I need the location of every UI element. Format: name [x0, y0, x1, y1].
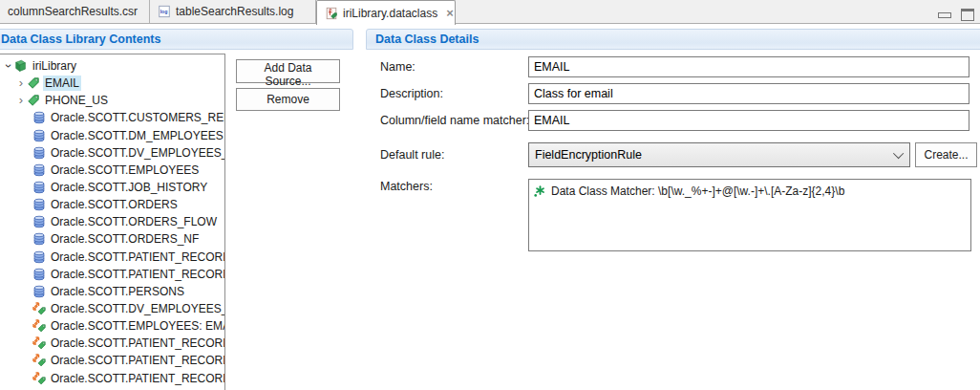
tree-item[interactable]: › Oracle.SCOTT.EMPLOYEES: [0, 162, 224, 179]
tree-item-icon-slot: [32, 372, 46, 385]
tree-item-label: Oracle.SCOTT.DM_EMPLOYEES: [49, 128, 225, 143]
log-file-icon: log: [158, 5, 171, 18]
column-matcher-field[interactable]: [528, 110, 969, 131]
tree-item-icon-slot: [32, 336, 46, 350]
dataclass-file-icon: [325, 7, 338, 20]
expander-icon[interactable]: ›: [16, 96, 26, 105]
matchers-list[interactable]: Data Class Matcher: \b[\w._%+-]+@[\w.-]+…: [528, 179, 971, 251]
tree-item-label: Oracle.SCOTT.PATIENT_RECORD_E: [49, 267, 225, 282]
name-label: Name:: [380, 60, 415, 74]
tab-table-search-results[interactable]: log tableSearchResults.log: [150, 0, 316, 23]
description-label: Description:: [380, 87, 443, 100]
create-rule-button[interactable]: Create...: [915, 142, 977, 167]
description-field[interactable]: [528, 83, 969, 104]
right-section-header: Data Class Details: [366, 29, 980, 50]
tree-item-icon-slot: [32, 215, 46, 228]
tree-item-label: Oracle.SCOTT.EMPLOYEES: EMAIL: [49, 318, 225, 334]
add-data-source-button[interactable]: Add Data Source...: [236, 59, 340, 83]
mapped-tag-icon: [32, 336, 46, 350]
tree-item-label: Oracle.SCOTT.DV_EMPLOYEES_HR: [49, 301, 225, 316]
tree-item[interactable]: › Oracle.SCOTT.JOB_HISTORY: [0, 179, 224, 196]
tree-item-label: Oracle.SCOTT.JOB_HISTORY: [49, 180, 209, 195]
tree-item-icon-slot: [32, 319, 46, 333]
log-file-icon: log: [158, 5, 171, 18]
expander-icon[interactable]: ›: [16, 78, 26, 88]
tree-item-icon-slot: [32, 232, 46, 246]
tree-item[interactable]: › Oracle.SCOTT.DV_EMPLOYEES_HR: [0, 144, 224, 162]
table-icon: [32, 268, 46, 281]
tree-item-icon-slot: [32, 285, 46, 298]
mapped-tag-icon: [32, 302, 46, 315]
view-controls: [938, 9, 974, 21]
tree-item-label: EMAIL: [43, 76, 81, 91]
tree-item-icon-slot: [32, 250, 46, 264]
table-icon: [32, 285, 46, 298]
tree-item[interactable]: › Oracle.SCOTT.PERSONS: [0, 283, 224, 300]
tab-label: columnSearchResults.csr: [8, 5, 138, 18]
tree-item-label: Oracle.SCOTT.ORDERS: [49, 197, 180, 212]
expander-icon[interactable]: ›: [4, 61, 13, 71]
svg-text:log: log: [160, 9, 168, 14]
tree-item[interactable]: › Oracle.SCOTT.EMPLOYEES: EMAIL: [0, 317, 224, 335]
tree-item-icon-slot: [32, 198, 46, 211]
tab-label: tableSearchResults.log: [176, 5, 293, 18]
table-icon: [32, 232, 46, 246]
tree-item-icon-slot: [32, 129, 46, 142]
table-icon: [32, 163, 46, 177]
tab-label: iriLibrary.dataclass: [343, 7, 437, 20]
editor-tab-bar: columnSearchResults.csr log tableSearchR…: [0, 0, 980, 24]
tree-item[interactable]: › iriLibrary: [0, 57, 224, 75]
tree-item[interactable]: › Oracle.SCOTT.CUSTOMERS_REP: [0, 109, 224, 126]
tree-item-icon-slot: [26, 94, 40, 107]
table-icon: [32, 198, 46, 211]
tree-item-icon-slot: [32, 302, 46, 315]
mapped-tag-icon: [32, 372, 46, 385]
tree-item-label: Oracle.SCOTT.PATIENT_RECORD: [49, 249, 225, 265]
tree-item[interactable]: › Oracle.SCOTT.DM_EMPLOYEES: [0, 127, 224, 144]
dataclass-file-icon: [325, 7, 338, 20]
tag-icon: [27, 94, 40, 107]
tree-item-label: Oracle.SCOTT.ORDERS_NF: [49, 231, 201, 247]
tree-item-label: iriLibrary: [31, 58, 78, 74]
tree-item[interactable]: › Oracle.SCOTT.PATIENT_RECORD_E: [0, 266, 224, 283]
default-rule-select[interactable]: FieldEncryptionRule: [528, 142, 910, 167]
remove-button[interactable]: Remove: [236, 88, 340, 111]
maximize-icon[interactable]: [961, 9, 974, 21]
tree-item[interactable]: › Oracle.SCOTT.ORDERS_FLOW: [0, 213, 224, 230]
tab-column-search-results[interactable]: columnSearchResults.csr: [0, 0, 150, 23]
minimize-icon[interactable]: [938, 12, 951, 18]
table-icon: [32, 181, 46, 194]
name-field[interactable]: [528, 56, 969, 77]
close-icon[interactable]: ×: [446, 9, 454, 18]
tree-item-icon-slot: [32, 354, 46, 367]
tab-irilibrary-dataclass[interactable]: iriLibrary.dataclass ×: [316, 0, 456, 25]
matcher-item[interactable]: Data Class Matcher: \b[\w._%+-]+@[\w.-]+…: [533, 183, 967, 200]
matcher-text: Data Class Matcher: \b[\w._%+-]+@[\w.-]+…: [551, 184, 844, 198]
tree-item[interactable]: › Oracle.SCOTT.DV_EMPLOYEES_HR: [0, 300, 224, 317]
data-class-library-tree[interactable]: › iriLibrary› EMAIL› PHONE_US› Oracle.SC…: [0, 54, 225, 390]
tree-item-label: Oracle.SCOTT.PATIENT_RECORD_E: [49, 371, 225, 386]
right-section-title: Data Class Details: [375, 32, 479, 46]
tree-item[interactable]: › Oracle.SCOTT.PATIENT_RECORD: P: [0, 352, 224, 369]
tree-item[interactable]: › Oracle.SCOTT.PATIENT_RECORD: [0, 249, 224, 266]
tree-item-label: PHONE_US: [43, 93, 110, 108]
table-icon: [32, 215, 46, 228]
tree-item[interactable]: › Oracle.SCOTT.ORDERS: [0, 196, 224, 213]
chevron-down-icon: [893, 148, 904, 159]
tree-item[interactable]: › Oracle.SCOTT.PATIENT_RECORD_E: [0, 370, 224, 387]
table-icon: [32, 250, 46, 264]
table-icon: [32, 111, 46, 124]
default-rule-value: FieldEncryptionRule: [535, 148, 642, 162]
tree-item[interactable]: › Oracle.SCOTT.ORDERS_NF: [0, 230, 224, 248]
tree-item-icon-slot: [32, 146, 46, 160]
tree-item-label: Oracle.SCOTT.DV_EMPLOYEES_HR: [49, 145, 225, 161]
tree-item-label: Oracle.SCOTT.PATIENT_RECORD: P: [49, 353, 225, 368]
tree-item-icon-slot: [26, 76, 40, 90]
mapped-tag-icon: [32, 319, 46, 333]
tree-item[interactable]: › Oracle.SCOTT.PATIENT_RECORD: E: [0, 335, 224, 352]
tree-item[interactable]: › PHONE_US: [0, 92, 224, 109]
left-section-title: Data Class Library Contents: [1, 32, 160, 46]
tree-item[interactable]: › EMAIL: [0, 75, 224, 92]
tree-item-label: Oracle.SCOTT.PATIENT_RECORD: E: [49, 336, 225, 351]
tree-item-label: Oracle.SCOTT.PERSONS: [49, 284, 186, 299]
